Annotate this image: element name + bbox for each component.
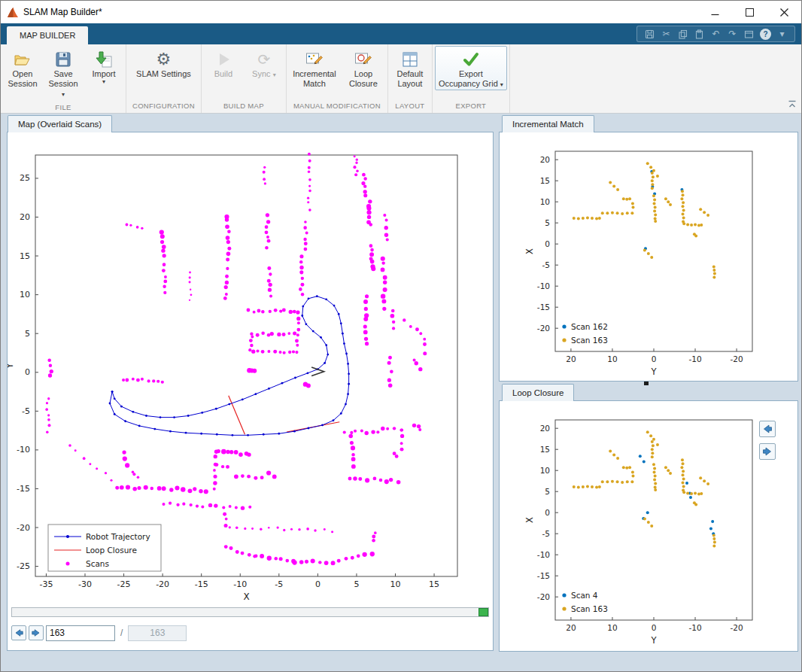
svg-text:Scan 4: Scan 4 — [571, 591, 598, 600]
svg-text:0: 0 — [315, 579, 320, 589]
svg-text:0: 0 — [25, 367, 30, 377]
dropdown-caret-icon: ▾ — [92, 79, 115, 84]
toolstrip-section-manual-modification: Incremental Match Loop Closure MANUAL MO… — [287, 44, 388, 113]
tab-map-builder[interactable]: MAP BUILDER — [7, 26, 88, 44]
svg-text:10: 10 — [607, 354, 617, 363]
loop-closure-button[interactable]: Loop Closure — [342, 46, 385, 90]
export-occupancy-grid-button[interactable]: Export Occupancy Grid ▾ — [435, 46, 507, 90]
svg-text:-20: -20 — [17, 523, 30, 533]
toolstrip: Open Session Save Session ▾ Import▾ FILE… — [1, 44, 801, 114]
svg-text:0: 0 — [545, 239, 550, 248]
svg-text:Scan 163: Scan 163 — [571, 604, 608, 613]
section-label-configuration: CONFIGURATION — [128, 99, 199, 113]
previous-scan-button[interactable] — [11, 625, 26, 640]
next-scan-button[interactable] — [29, 625, 44, 640]
svg-text:-25: -25 — [117, 579, 131, 589]
svg-text:-10: -10 — [233, 579, 247, 589]
svg-text:Scan 162: Scan 162 — [571, 322, 608, 331]
tab-incremental-match[interactable]: Incremental Match — [502, 115, 594, 132]
incremental-match-button[interactable]: Incremental Match — [289, 46, 340, 90]
tab-map-overlaid-scans[interactable]: Map (Overlaid Scans) — [8, 115, 112, 132]
svg-text:5: 5 — [545, 487, 550, 496]
undo-icon[interactable]: ↶ — [710, 29, 721, 40]
window-title: SLAM Map Builder* — [23, 7, 102, 17]
window-layout-icon[interactable] — [743, 29, 755, 40]
svg-text:-15: -15 — [17, 484, 30, 494]
svg-text:-25: -25 — [17, 561, 30, 571]
collapse-toolstrip-button[interactable] — [788, 100, 797, 108]
svg-text:-20: -20 — [156, 579, 169, 589]
window-controls — [697, 1, 801, 23]
scan-count-divider: / — [120, 628, 123, 638]
svg-text:5: 5 — [25, 329, 30, 339]
svg-text:X: X — [524, 517, 535, 523]
floppy-save-icon — [53, 49, 73, 69]
svg-text:Y: Y — [8, 363, 15, 369]
svg-text:15: 15 — [540, 176, 550, 185]
svg-text:-20: -20 — [731, 354, 743, 363]
cut-icon[interactable]: ✂ — [661, 29, 672, 40]
svg-text:Y: Y — [650, 635, 657, 646]
svg-text:-5: -5 — [542, 260, 550, 269]
svg-text:0: 0 — [545, 508, 550, 517]
play-icon — [214, 49, 233, 69]
dropdown-caret-icon: ▾ — [273, 71, 276, 78]
map-panel: -35-30-25-20-15-10-5051015-25-20-15-10-5… — [7, 132, 494, 651]
titlebar: SLAM Map Builder* — [1, 1, 801, 23]
loop-closure-plot: 20100-10-20-20-15-10-505101520YXScan 4Sc… — [500, 401, 797, 651]
chevron-down-icon[interactable]: ▾ — [776, 29, 788, 40]
slam-settings-button[interactable]: ⚙ SLAM Settings — [130, 46, 196, 81]
open-session-button[interactable]: Open Session — [3, 46, 42, 90]
svg-text:Scans: Scans — [86, 559, 109, 568]
loop-closure-panel: 20100-10-20-20-15-10-505101520YXScan 4Sc… — [499, 400, 798, 652]
maximize-button[interactable] — [732, 1, 767, 23]
sync-button[interactable]: ⟳ Sync ▾ — [245, 46, 284, 81]
tab-loop-closure[interactable]: Loop Closure — [502, 384, 574, 401]
svg-text:15: 15 — [540, 445, 550, 454]
svg-text:10: 10 — [540, 197, 550, 206]
incremental-match-plot: 20100-10-20-20-15-10-505101520YXScan 162… — [500, 132, 797, 381]
close-button[interactable] — [767, 1, 801, 23]
svg-text:X: X — [524, 248, 535, 254]
scan-navigation: / 163 — [11, 624, 187, 642]
svg-text:20: 20 — [540, 155, 550, 164]
svg-text:Robot Trajectory: Robot Trajectory — [86, 532, 150, 541]
loop-closure-icon — [354, 49, 373, 69]
svg-text:-10: -10 — [537, 550, 550, 559]
copy-icon[interactable] — [677, 29, 688, 40]
check-icon — [461, 49, 481, 69]
redo-icon[interactable]: ↷ — [727, 29, 738, 40]
default-layout-button[interactable]: Default Layout — [390, 46, 430, 90]
build-button[interactable]: Build — [204, 46, 243, 81]
svg-text:10: 10 — [607, 623, 617, 632]
toolstrip-section-build-map: Build ⟳ Sync ▾ BUILD MAP — [202, 44, 287, 113]
save-icon[interactable] — [644, 29, 655, 40]
save-session-button[interactable]: Save Session ▾ — [44, 46, 83, 100]
gear-icon: ⚙ — [156, 49, 172, 69]
svg-text:-10: -10 — [17, 445, 30, 455]
previous-loop-closure-button[interactable] — [759, 421, 776, 437]
scan-slider[interactable] — [11, 607, 489, 617]
import-button[interactable]: Import▾ — [84, 46, 123, 86]
section-label-manual-modification: MANUAL MODIFICATION — [288, 99, 386, 113]
toolstrip-section-layout: Default Layout LAYOUT — [388, 44, 433, 113]
scan-number-input[interactable] — [46, 625, 115, 641]
splitter-handle[interactable] — [644, 382, 649, 385]
paste-icon[interactable] — [694, 29, 705, 40]
toolstrip-section-file: Open Session Save Session ▾ Import▾ FILE — [1, 44, 126, 113]
scan-slider-thumb[interactable] — [478, 608, 488, 616]
svg-text:Y: Y — [650, 366, 657, 377]
content-area: Map (Overlaid Scans) -35-30-25-20-15-10-… — [1, 114, 801, 671]
svg-text:-15: -15 — [195, 579, 208, 589]
svg-text:5: 5 — [354, 579, 359, 589]
map-plot: -35-30-25-20-15-10-5051015-25-20-15-10-5… — [8, 132, 492, 605]
section-label-file: FILE — [2, 101, 124, 114]
svg-text:20: 20 — [566, 623, 576, 632]
next-loop-closure-button[interactable] — [759, 443, 776, 460]
help-icon[interactable]: ? — [760, 29, 771, 40]
minimize-button[interactable] — [697, 1, 732, 23]
svg-text:-30: -30 — [78, 579, 92, 589]
svg-text:20: 20 — [566, 354, 576, 363]
import-icon — [94, 49, 114, 69]
sync-icon: ⟳ — [258, 49, 271, 69]
